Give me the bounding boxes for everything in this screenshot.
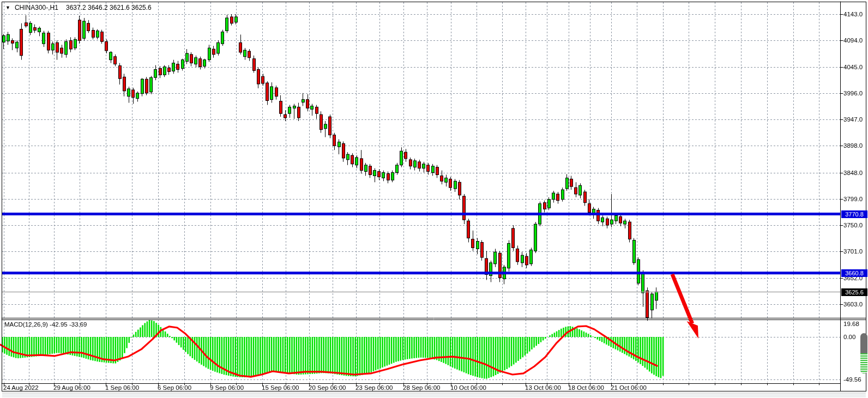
macd-indicator-label: MACD(12,26,9) -42.95 -33.69 xyxy=(4,321,87,328)
price-tick-label: 3898.0 xyxy=(843,142,863,149)
price-tick-label: 4094.0 xyxy=(843,37,863,44)
time-tick-label: 9 Sep 06:00 xyxy=(210,384,244,391)
price-tick-label: 4045.0 xyxy=(843,63,863,71)
price-tick-label: 3701.0 xyxy=(843,248,863,255)
level-price-badge: 3770.8 xyxy=(841,210,867,218)
time-tick-label: 1 Sep 06:00 xyxy=(105,384,139,391)
macd-tick-label: 0.00 xyxy=(843,333,855,341)
price-tick-label: 3750.0 xyxy=(843,221,863,229)
macd-tick-label: 19.68 xyxy=(843,320,859,328)
price-tick-label: 3947.0 xyxy=(843,116,863,123)
scrollbar-stripes-icon xyxy=(860,353,867,373)
chart-window: ▼ CHINA300-,H1 3637.2 3646.2 3621.6 3625… xyxy=(0,0,868,398)
time-tick-label: 13 Oct 06:00 xyxy=(525,384,561,391)
ohlc-quote-label: 3637.2 3646.2 3621.6 3625.6 xyxy=(66,4,152,11)
symbol-period-label: CHINA300-,H1 xyxy=(15,4,58,11)
price-tick-label: 3603.0 xyxy=(843,300,863,308)
chart-title: ▼ CHINA300-,H1 3637.2 3646.2 3621.6 3625… xyxy=(5,3,152,12)
time-tick-label: 28 Sep 06:00 xyxy=(403,384,440,391)
time-tick-label: 18 Oct 06:00 xyxy=(568,384,604,391)
macd-main-value: -42.95 xyxy=(50,321,68,328)
time-tick-label: 29 Aug 06:00 xyxy=(53,384,91,391)
horizontal-scroll-strip[interactable] xyxy=(2,393,866,397)
price-tick-label: 3848.0 xyxy=(843,169,863,177)
scrollbar-thumb[interactable] xyxy=(860,333,867,373)
macd-signal-value: -33.69 xyxy=(69,321,87,328)
time-tick-label: 6 Sep 06:00 xyxy=(158,384,191,391)
time-tick-label: 23 Sep 06:00 xyxy=(355,384,393,391)
macd-name: MACD(12,26,9) xyxy=(4,321,48,328)
time-tick-label: 21 Oct 06:00 xyxy=(611,384,647,391)
price-tick-label: 3799.0 xyxy=(843,195,863,203)
level-price-badge: 3660.8 xyxy=(841,269,867,277)
price-tick-label: 3996.0 xyxy=(843,89,863,97)
time-tick-label: 24 Aug 2022 xyxy=(3,384,39,391)
time-tick-label: 10 Oct 06:00 xyxy=(450,384,486,391)
time-tick-label: 20 Sep 06:00 xyxy=(309,384,346,391)
time-tick-label: 15 Sep 06:00 xyxy=(262,384,299,391)
chevron-down-icon[interactable]: ▼ xyxy=(5,5,10,10)
price-tick-label: 4143.0 xyxy=(843,10,863,18)
macd-tick-label: -49.56 xyxy=(843,376,861,383)
current-price-badge: 3625.6 xyxy=(841,288,867,296)
chart-border xyxy=(2,2,866,391)
